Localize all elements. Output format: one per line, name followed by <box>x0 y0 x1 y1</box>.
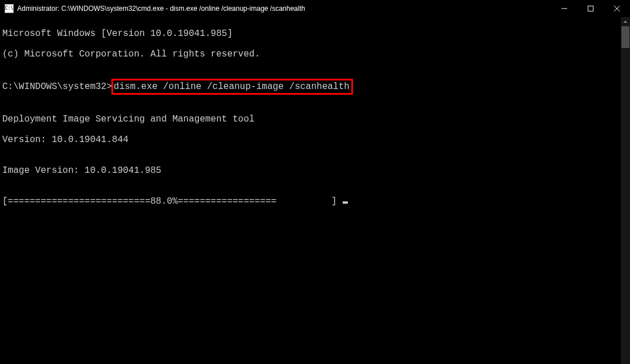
progress-text: [==========================88.0%========… <box>2 196 342 207</box>
output-line: (c) Microsoft Corporation. All rights re… <box>2 49 619 59</box>
prompt-line: C:\WINDOWS\system32>dism.exe /online /cl… <box>2 80 619 94</box>
svg-marker-4 <box>624 21 627 23</box>
output-line: Deployment Image Servicing and Managemen… <box>2 114 619 124</box>
command-highlight: dism.exe /online /cleanup-image /scanhea… <box>111 79 353 95</box>
cmd-icon: C:\ <box>5 4 14 13</box>
cmd-window: C:\ Administrator: C:\WINDOWS\system32\c… <box>0 0 630 364</box>
close-button[interactable] <box>604 0 630 17</box>
prompt-prefix: C:\WINDOWS\system32> <box>2 82 112 92</box>
cursor <box>343 201 348 204</box>
window-controls <box>551 0 630 17</box>
output-line: Image Version: 10.0.19041.985 <box>2 165 619 176</box>
output-line: Version: 10.0.19041.844 <box>2 135 619 145</box>
vertical-scrollbar[interactable] <box>621 17 630 364</box>
scroll-up-arrow-icon[interactable] <box>621 17 630 26</box>
minimize-button[interactable] <box>551 0 577 17</box>
scroll-thumb[interactable] <box>621 26 629 48</box>
command-text: dism.exe /online /cleanup-image /scanhea… <box>114 82 350 92</box>
output-line: Microsoft Windows [Version 10.0.19041.98… <box>2 29 619 39</box>
window-title: Administrator: C:\WINDOWS\system32\cmd.e… <box>17 5 551 13</box>
progress-line: [==========================88.0%========… <box>2 196 619 207</box>
terminal-output[interactable]: Microsoft Windows [Version 10.0.19041.98… <box>0 17 621 364</box>
maximize-button[interactable] <box>577 0 604 17</box>
minimize-icon <box>561 6 567 11</box>
maximize-icon <box>588 6 593 11</box>
terminal-area: Microsoft Windows [Version 10.0.19041.98… <box>0 17 630 364</box>
close-icon <box>614 6 620 11</box>
titlebar[interactable]: C:\ Administrator: C:\WINDOWS\system32\c… <box>0 0 630 17</box>
svg-rect-1 <box>588 6 593 11</box>
